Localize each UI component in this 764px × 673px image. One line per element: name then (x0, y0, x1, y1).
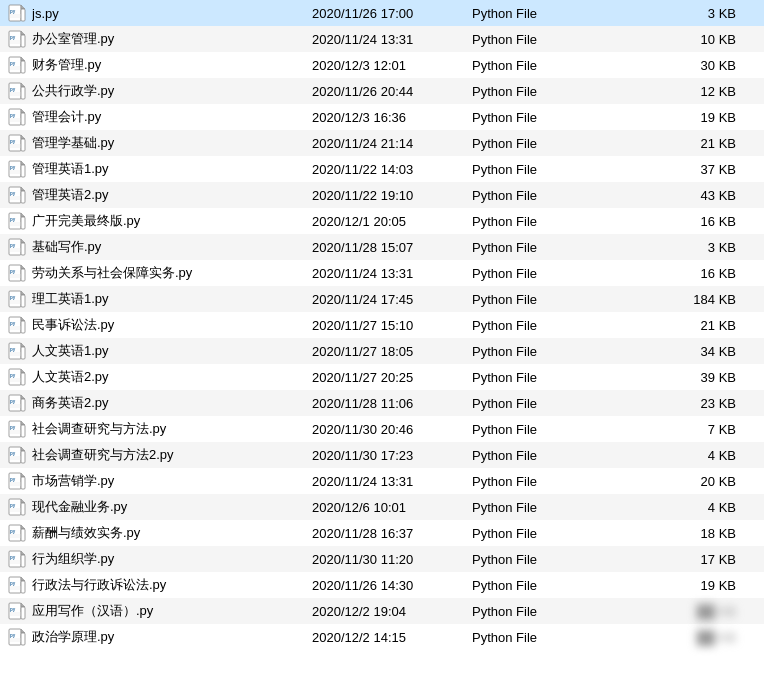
svg-marker-133 (21, 577, 25, 581)
svg-marker-121 (21, 525, 25, 529)
file-date: 2020/11/26 20:44 (312, 84, 472, 99)
file-date: 2020/11/28 11:06 (312, 396, 472, 411)
table-row[interactable]: py 商务英语2.py2020/11/28 11:06Python File23… (0, 390, 764, 416)
file-type: Python File (472, 500, 602, 515)
svg-marker-7 (21, 31, 25, 35)
file-size: 17 KB (602, 552, 756, 567)
svg-rect-26 (21, 113, 25, 125)
svg-rect-140 (21, 607, 25, 619)
python-file-icon: py (8, 238, 28, 256)
table-row[interactable]: py 财务管理.py2020/12/3 12:01Python File30 K… (0, 52, 764, 78)
svg-text:py: py (10, 399, 16, 404)
file-date: 2020/11/26 17:00 (312, 6, 472, 21)
table-row[interactable]: py 管理会计.py2020/12/3 16:36Python File19 K… (0, 104, 764, 130)
table-row[interactable]: py 市场营销学.py2020/11/24 13:31Python File20… (0, 468, 764, 494)
svg-text:py: py (10, 61, 16, 66)
svg-text:py: py (10, 139, 16, 144)
file-date: 2020/12/3 16:36 (312, 110, 472, 125)
table-row[interactable]: py 人文英语2.py2020/11/27 20:25Python File39… (0, 364, 764, 390)
svg-marker-61 (21, 265, 25, 269)
svg-rect-134 (21, 581, 25, 593)
file-size: 16 KB (602, 214, 756, 229)
file-type: Python File (472, 6, 602, 21)
table-row[interactable]: py 行为组织学.py2020/11/30 11:20Python File17… (0, 546, 764, 572)
table-row[interactable]: py 现代金融业务.py2020/12/6 10:01Python File4 … (0, 494, 764, 520)
table-row[interactable]: py 理工英语1.py2020/11/24 17:45Python File18… (0, 286, 764, 312)
table-row[interactable]: py 广开完美最终版.py2020/12/1 20:05Python File1… (0, 208, 764, 234)
file-size: ██ KB (602, 630, 756, 645)
table-row[interactable]: py 社会调查研究与方法2.py2020/11/30 17:23Python F… (0, 442, 764, 468)
python-file-icon: py (8, 446, 28, 464)
table-row[interactable]: py 管理英语1.py2020/11/22 14:03Python File37… (0, 156, 764, 182)
table-row[interactable]: py 办公室管理.py2020/11/24 13:31Python File10… (0, 26, 764, 52)
file-name: 管理会计.py (32, 108, 312, 126)
table-row[interactable]: py 应用写作（汉语）.py2020/12/2 19:04Python File… (0, 598, 764, 624)
file-name: 现代金融业务.py (32, 498, 312, 516)
file-name: 社会调查研究与方法2.py (32, 446, 312, 464)
svg-marker-79 (21, 343, 25, 347)
python-file-icon: py (8, 628, 28, 646)
python-file-icon: py (8, 160, 28, 178)
file-size: 21 KB (602, 318, 756, 333)
file-name: 管理学基础.py (32, 134, 312, 152)
file-size: 12 KB (602, 84, 756, 99)
file-type: Python File (472, 552, 602, 567)
svg-marker-91 (21, 395, 25, 399)
svg-rect-44 (21, 191, 25, 203)
file-size: 19 KB (602, 578, 756, 593)
table-row[interactable]: py 劳动关系与社会保障实务.py2020/11/24 13:31Python … (0, 260, 764, 286)
svg-marker-67 (21, 291, 25, 295)
python-file-icon: py (8, 472, 28, 490)
file-type: Python File (472, 630, 602, 645)
svg-marker-103 (21, 447, 25, 451)
file-size: 21 KB (602, 136, 756, 151)
file-name: 商务英语2.py (32, 394, 312, 412)
table-row[interactable]: py 管理学基础.py2020/11/24 21:14Python File21… (0, 130, 764, 156)
file-name: 行政法与行政诉讼法.py (32, 576, 312, 594)
svg-rect-8 (21, 35, 25, 47)
table-row[interactable]: py 基础写作.py2020/11/28 15:07Python File3 K… (0, 234, 764, 260)
file-type: Python File (472, 604, 602, 619)
file-size: 18 KB (602, 526, 756, 541)
file-type: Python File (472, 292, 602, 307)
file-type: Python File (472, 214, 602, 229)
table-row[interactable]: py 政治学原理.py2020/12/2 14:15Python File██ … (0, 624, 764, 650)
svg-text:py: py (10, 295, 16, 300)
file-type: Python File (472, 136, 602, 151)
python-file-icon: py (8, 30, 28, 48)
file-type: Python File (472, 370, 602, 385)
file-date: 2020/12/1 20:05 (312, 214, 472, 229)
svg-rect-86 (21, 373, 25, 385)
svg-marker-43 (21, 187, 25, 191)
table-row[interactable]: py 人文英语1.py2020/11/27 18:05Python File34… (0, 338, 764, 364)
file-name: 基础写作.py (32, 238, 312, 256)
table-row[interactable]: py 社会调查研究与方法.py2020/11/30 20:46Python Fi… (0, 416, 764, 442)
file-size: ██ KB (602, 604, 756, 619)
table-row[interactable]: py 公共行政学.py2020/11/26 20:44Python File12… (0, 78, 764, 104)
table-row[interactable]: py js.py2020/11/26 17:00Python File3 KB (0, 0, 764, 26)
svg-text:py: py (10, 529, 16, 534)
svg-marker-145 (21, 629, 25, 633)
file-date: 2020/12/2 14:15 (312, 630, 472, 645)
svg-rect-98 (21, 425, 25, 437)
table-row[interactable]: py 民事诉讼法.py2020/11/27 15:10Python File21… (0, 312, 764, 338)
file-size: 16 KB (602, 266, 756, 281)
table-row[interactable]: py 行政法与行政诉讼法.py2020/11/26 14:30Python Fi… (0, 572, 764, 598)
svg-marker-19 (21, 83, 25, 87)
svg-text:py: py (10, 555, 16, 560)
file-date: 2020/11/24 17:45 (312, 292, 472, 307)
file-date: 2020/12/6 10:01 (312, 500, 472, 515)
svg-rect-92 (21, 399, 25, 411)
svg-rect-104 (21, 451, 25, 463)
svg-marker-97 (21, 421, 25, 425)
table-row[interactable]: py 管理英语2.py2020/11/22 19:10Python File43… (0, 182, 764, 208)
svg-marker-139 (21, 603, 25, 607)
table-row[interactable]: py 薪酬与绩效实务.py2020/11/28 16:37Python File… (0, 520, 764, 546)
file-name: 办公室管理.py (32, 30, 312, 48)
svg-marker-31 (21, 135, 25, 139)
file-name: 人文英语2.py (32, 368, 312, 386)
file-date: 2020/12/3 12:01 (312, 58, 472, 73)
file-size: 39 KB (602, 370, 756, 385)
file-size: 20 KB (602, 474, 756, 489)
python-file-icon: py (8, 602, 28, 620)
